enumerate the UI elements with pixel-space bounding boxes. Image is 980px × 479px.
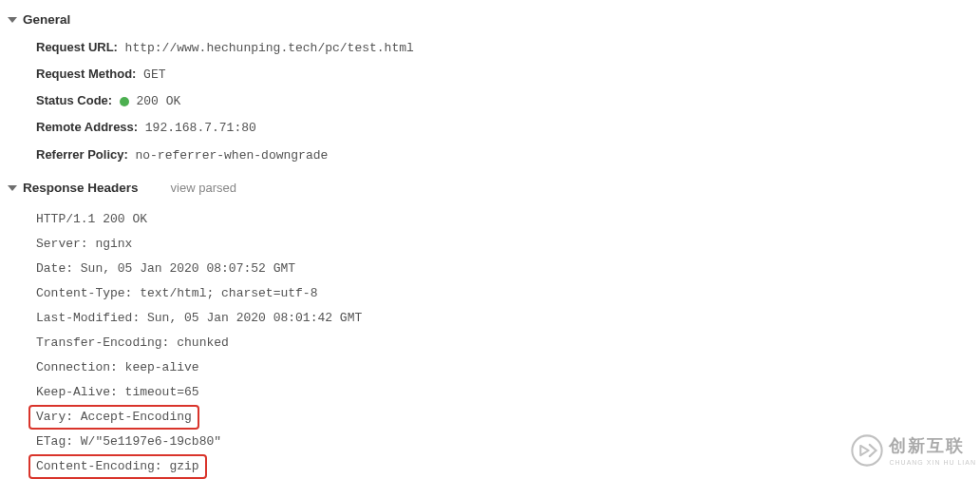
response-header-line: Connection: keep-alive	[36, 355, 980, 380]
response-header-line: Content-Type: text/html; charset=utf-8	[36, 281, 980, 306]
response-header-line: Vary: Accept-Encoding	[36, 405, 980, 430]
response-header-line: Server: nginx	[36, 232, 980, 257]
row-referrer-policy: Referrer Policy: no-referrer-when-downgr…	[36, 146, 980, 164]
response-header-line: Transfer-Encoding: chunked	[36, 331, 980, 355]
chevron-down-icon	[8, 17, 17, 23]
response-header-line: ETag: W/"5e1197e6-19cb80"	[36, 430, 980, 454]
response-headers-section-title: Response Headers	[23, 180, 139, 198]
response-headers-section-toggle[interactable]: Response Headers view parsed	[8, 180, 980, 198]
view-parsed-link[interactable]: view parsed	[171, 180, 236, 197]
row-request-method: Request Method: GET	[36, 66, 980, 84]
value-request-url: http://www.hechunping.tech/pc/test.html	[125, 41, 414, 55]
chevron-down-icon	[8, 185, 17, 191]
response-header-line: Content-Encoding: gzip	[36, 454, 980, 479]
label-request-url: Request URL:	[36, 40, 118, 54]
label-referrer-policy: Referrer Policy:	[36, 147, 128, 162]
value-request-method: GET	[143, 67, 165, 82]
highlighted-header: Content-Encoding: gzip	[28, 454, 207, 479]
status-ok-icon	[120, 97, 129, 106]
general-list: Request URL: http://www.hechunping.tech/…	[8, 39, 980, 164]
highlighted-header: Vary: Accept-Encoding	[28, 405, 199, 430]
watermark-logo-icon	[851, 434, 883, 467]
value-status-code: 200 OK	[136, 94, 180, 108]
general-section-title: General	[23, 11, 70, 29]
value-remote-address: 192.168.7.71:80	[145, 121, 256, 135]
response-header-line: Date: Sun, 05 Jan 2020 08:07:52 GMT	[36, 257, 980, 281]
response-headers-raw: HTTP/1.1 200 OKServer: nginxDate: Sun, 0…	[8, 207, 980, 479]
svg-line-1	[870, 445, 876, 450]
row-request-url: Request URL: http://www.hechunping.tech/…	[36, 39, 980, 57]
watermark-cn-text: 创新互联	[889, 434, 976, 458]
watermark-en-text: CHUANG XIN HU LIAN	[889, 458, 976, 468]
response-header-line: Last-Modified: Sun, 05 Jan 2020 08:01:42…	[36, 306, 980, 331]
general-section-toggle[interactable]: General	[8, 11, 980, 29]
response-header-line: Keep-Alive: timeout=65	[36, 380, 980, 405]
svg-line-2	[870, 450, 876, 456]
watermark: 创新互联 CHUANG XIN HU LIAN	[851, 434, 976, 468]
response-header-line: HTTP/1.1 200 OK	[36, 207, 980, 232]
label-remote-address: Remote Address:	[36, 120, 138, 134]
value-referrer-policy: no-referrer-when-downgrade	[135, 148, 328, 163]
label-request-method: Request Method:	[36, 67, 136, 81]
row-remote-address: Remote Address: 192.168.7.71:80	[36, 119, 980, 137]
label-status-code: Status Code:	[36, 93, 112, 107]
row-status-code: Status Code: 200 OK	[36, 92, 980, 110]
